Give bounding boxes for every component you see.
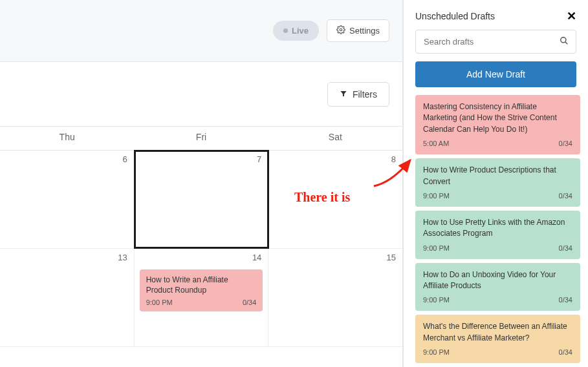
draft-title: Mastering Consistency in Affiliate Marke… (423, 101, 572, 135)
topbar: Live Settings (0, 0, 402, 62)
search-wrap (404, 30, 588, 61)
draft-time: 5:00 AM (423, 139, 449, 149)
draft-title: How to Do an Unboxing Video for Your Aff… (423, 269, 572, 292)
event-ratio: 0/34 (243, 298, 256, 308)
calendar-cell[interactable]: 13 (0, 249, 135, 346)
event-meta: 9:00 PM0/34 (146, 298, 257, 308)
draft-card[interactable]: Mastering Consistency in Affiliate Marke… (415, 95, 580, 154)
main-area: Live Settings Filters Thu Fri Sat (0, 0, 403, 367)
filters-label: Filters (353, 89, 377, 100)
settings-label: Settings (349, 26, 380, 36)
sidebar-header: Unscheduled Drafts ✕ (404, 0, 588, 30)
filterbar: Filters (0, 62, 402, 127)
draft-title: What's the Difference Between an Affilia… (423, 321, 572, 344)
day-number: 8 (391, 154, 396, 164)
calendar-row: 678 (0, 151, 402, 249)
calendar-cell[interactable]: 15 (268, 249, 402, 346)
svg-line-2 (565, 42, 568, 45)
filter-icon (340, 89, 347, 100)
drafts-sidebar: Unscheduled Drafts ✕ Add New Draft Maste… (403, 0, 588, 367)
add-new-draft-button[interactable]: Add New Draft (415, 61, 576, 87)
draft-card[interactable]: What's the Difference Between an Affilia… (415, 315, 580, 363)
day-number: 7 (257, 154, 261, 164)
day-header: Sat (268, 127, 402, 150)
draft-meta: 9:00 PM0/34 (423, 191, 572, 202)
draft-meta: 9:00 PM0/34 (423, 244, 572, 254)
calendar-cell[interactable]: 8 (268, 151, 402, 248)
draft-title: How to Write Product Descriptions that C… (423, 165, 572, 187)
search-icon[interactable] (560, 36, 569, 47)
draft-ratio: 0/34 (559, 139, 572, 149)
draft-title: How to Use Pretty Links with the Amazon … (423, 217, 572, 240)
live-toggle[interactable]: Live (273, 21, 319, 41)
live-label: Live (292, 26, 309, 36)
draft-ratio: 0/34 (559, 348, 572, 358)
calendar-cell[interactable]: 7 (135, 151, 269, 248)
draft-time: 9:00 PM (423, 295, 450, 306)
svg-point-0 (340, 28, 342, 31)
draft-meta: 5:00 AM0/34 (423, 139, 572, 149)
draft-ratio: 0/34 (559, 191, 572, 202)
draft-meta: 9:00 PM0/34 (423, 295, 572, 306)
calendar-cell[interactable]: 6 (0, 151, 135, 248)
settings-button[interactable]: Settings (327, 19, 389, 42)
calendar-body: 6781314How to Write an Affiliate Product… (0, 151, 402, 347)
day-number: 15 (387, 253, 396, 262)
calendar-row: 1314How to Write an Affiliate Product Ro… (0, 249, 402, 347)
day-number: 14 (252, 253, 261, 262)
day-header: Fri (134, 127, 268, 150)
svg-point-1 (561, 37, 566, 43)
gear-icon (336, 25, 345, 36)
draft-card[interactable]: How to Use Pretty Links with the Amazon … (415, 211, 580, 259)
calendar-event[interactable]: How to Write an Affiliate Product Roundu… (140, 269, 263, 311)
draft-ratio: 0/34 (559, 244, 572, 254)
draft-card[interactable]: How to Do an Unboxing Video for Your Aff… (415, 263, 580, 311)
draft-card[interactable]: How to Write Product Descriptions that C… (415, 158, 580, 207)
draft-time: 9:00 PM (423, 244, 450, 254)
draft-ratio: 0/34 (559, 295, 572, 306)
calendar: Thu Fri Sat 6781314How to Write an Affil… (0, 127, 402, 367)
event-title: How to Write an Affiliate Product Roundu… (146, 275, 257, 295)
day-number: 6 (122, 154, 127, 164)
draft-time: 9:00 PM (423, 191, 450, 202)
drafts-list[interactable]: Mastering Consistency in Affiliate Marke… (404, 95, 588, 367)
calendar-cell[interactable]: 14How to Write an Affiliate Product Roun… (135, 249, 269, 346)
filters-button[interactable]: Filters (327, 82, 389, 107)
day-number: 13 (118, 253, 127, 262)
calendar-header: Thu Fri Sat (0, 127, 402, 151)
day-header: Thu (0, 127, 134, 150)
draft-time: 9:00 PM (423, 348, 450, 358)
draft-meta: 9:00 PM0/34 (423, 348, 572, 358)
sidebar-title: Unscheduled Drafts (415, 11, 495, 21)
live-dot-icon (283, 28, 288, 33)
search-input[interactable] (415, 30, 576, 54)
event-time: 9:00 PM (146, 298, 173, 308)
close-icon[interactable]: ✕ (567, 10, 576, 22)
